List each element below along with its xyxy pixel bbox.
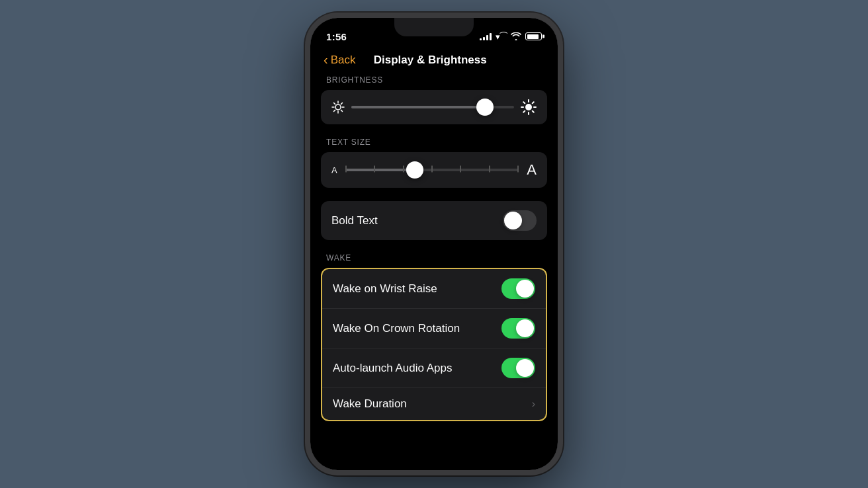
brightness-min-icon [331, 101, 345, 114]
svg-line-8 [334, 110, 335, 111]
settings-content: BRIGHTNESS [310, 75, 558, 470]
svg-line-5 [334, 103, 335, 104]
brightness-section-label: BRIGHTNESS [321, 75, 547, 85]
wake-wrist-raise-label: Wake on Wrist Raise [333, 282, 437, 296]
bold-text-toggle[interactable] [503, 210, 537, 231]
wake-crown-rotation-label: Wake On Crown Rotation [333, 322, 460, 335]
wake-wrist-raise-toggle[interactable] [501, 278, 535, 299]
auto-launch-audio-toggle[interactable] [501, 358, 535, 378]
wake-section: WAKE Wake on Wrist Raise Wake On Crown R… [321, 253, 547, 421]
back-button[interactable]: ‹ Back [324, 52, 355, 67]
nav-bar: ‹ Back Display & Brightness [310, 47, 558, 75]
wake-duration-arrow-icon: › [532, 398, 535, 410]
status-icons: ▾⁀ [480, 32, 542, 42]
wake-section-label: WAKE [321, 253, 547, 263]
phone-screen: 1:56 ▾⁀ [310, 18, 558, 470]
svg-line-17 [523, 111, 525, 112]
text-size-large-label: A [527, 161, 537, 179]
auto-launch-audio-row: Auto-launch Audio Apps [322, 348, 546, 387]
svg-line-15 [533, 111, 534, 112]
bold-text-label: Bold Text [331, 214, 378, 227]
svg-point-9 [525, 104, 532, 110]
text-size-card: A [321, 152, 547, 188]
wake-duration-row[interactable]: Wake Duration › [322, 387, 546, 420]
signal-icon [480, 32, 492, 40]
wifi-icon: ▾⁀ [496, 32, 507, 42]
text-size-section-label: TEXT SIZE [321, 138, 547, 147]
phone-notch [394, 18, 474, 36]
text-size-small-label: A [331, 165, 337, 175]
auto-launch-audio-label: Auto-launch Audio Apps [333, 362, 453, 375]
phone-device: 1:56 ▾⁀ [305, 13, 563, 475]
brightness-slider-container [321, 90, 547, 124]
wake-card: Wake on Wrist Raise Wake On Crown Rotati… [321, 268, 547, 421]
svg-line-14 [523, 102, 525, 103]
svg-line-6 [341, 110, 342, 111]
back-chevron-icon: ‹ [324, 52, 328, 67]
brightness-slider[interactable] [351, 106, 514, 108]
bold-text-row: Bold Text [321, 201, 547, 240]
wifi-icon [511, 32, 521, 40]
svg-line-7 [341, 103, 342, 104]
page-title: Display & Brightness [355, 54, 505, 67]
wake-duration-label: Wake Duration [333, 397, 407, 411]
svg-point-0 [335, 104, 341, 110]
wake-crown-rotation-row: Wake On Crown Rotation [322, 308, 546, 348]
status-time: 1:56 [326, 31, 347, 42]
svg-line-16 [533, 102, 534, 103]
brightness-card [321, 90, 547, 124]
wake-wrist-raise-row: Wake on Wrist Raise [322, 269, 546, 308]
text-size-slider-container: A [321, 152, 547, 188]
battery-icon [525, 32, 542, 40]
brightness-max-icon [521, 99, 537, 115]
back-label: Back [331, 54, 356, 67]
text-size-slider[interactable] [345, 169, 519, 171]
wake-crown-rotation-toggle[interactable] [501, 318, 535, 339]
